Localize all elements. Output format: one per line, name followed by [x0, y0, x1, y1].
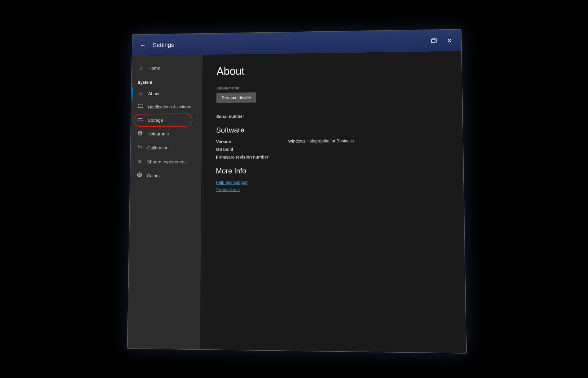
- os-build-row: OS build: [216, 146, 448, 152]
- close-button[interactable]: ✕: [444, 35, 455, 46]
- svg-rect-1: [138, 104, 143, 108]
- back-button[interactable]: ←: [138, 41, 148, 49]
- home-icon: ⌂: [138, 65, 144, 71]
- sidebar-calibration-label: Calibration: [147, 145, 169, 150]
- window-controls: ✕: [428, 35, 455, 46]
- device-name-section: Device name Rename device: [216, 83, 447, 110]
- svg-rect-0: [431, 39, 435, 43]
- sidebar-item-shared[interactable]: ✕ Shared experiences: [130, 155, 201, 169]
- main-content: About Device name Rename device Serial n…: [200, 51, 466, 353]
- page-title: About: [216, 62, 447, 78]
- svg-rect-2: [137, 119, 143, 121]
- sidebar-shared-label: Shared experiences: [147, 159, 186, 164]
- sidebar-holograms-label: Holograms: [147, 131, 169, 136]
- terms-of-use-link[interactable]: Terms of use: [216, 187, 448, 192]
- sidebar-storage-label: Storage: [148, 117, 163, 123]
- sidebar-home-label: Home: [148, 65, 160, 71]
- restore-button[interactable]: [428, 35, 439, 46]
- notifications-icon: [137, 104, 144, 110]
- sidebar-item-holograms[interactable]: Holograms: [131, 127, 202, 141]
- version-key: Version: [216, 139, 276, 144]
- help-support-link[interactable]: Help and support: [216, 180, 448, 185]
- svg-point-11: [138, 174, 140, 176]
- sidebar-item-calibration[interactable]: Calibration: [130, 141, 202, 155]
- device-name-label: Device name: [216, 83, 447, 90]
- version-value: Windows Holographic for Business: [288, 138, 354, 144]
- holograms-icon: [137, 131, 143, 138]
- version-row: Version Windows Holographic for Business: [216, 138, 448, 144]
- sidebar-item-about[interactable]: ○ About: [131, 86, 202, 100]
- info-icon: ○: [137, 91, 144, 97]
- sidebar-item-colors[interactable]: Colors: [130, 168, 201, 183]
- firmware-key: Firmware revision number: [216, 155, 276, 160]
- sidebar-item-storage[interactable]: Storage: [131, 113, 202, 127]
- sidebar: ⌂ Home System ○ About Notifications & ac…: [127, 55, 202, 349]
- colors-icon: [136, 172, 143, 179]
- os-build-key: OS build: [216, 147, 276, 152]
- sidebar-colors-label: Colors: [147, 173, 159, 178]
- content-area: ⌂ Home System ○ About Notifications & ac…: [127, 51, 466, 353]
- calibration-icon: [137, 145, 143, 152]
- storage-icon: [137, 117, 144, 124]
- sidebar-notifications-label: Notifications & actions: [148, 104, 191, 110]
- more-info-heading: More Info: [216, 166, 448, 175]
- more-info-section: More Info Help and support Terms of use: [216, 166, 448, 192]
- app-window: ← Settings ✕ ⌂ Home System ○ About: [127, 29, 467, 354]
- shared-icon: ✕: [136, 158, 143, 165]
- sidebar-item-notifications[interactable]: Notifications & actions: [131, 100, 202, 114]
- serial-number-section: Serial number: [216, 112, 447, 119]
- sidebar-about-label: About: [148, 91, 159, 96]
- sidebar-item-home[interactable]: ⌂ Home: [132, 61, 202, 75]
- software-heading: Software: [216, 124, 447, 135]
- system-section-label: System: [132, 74, 202, 87]
- serial-number-label: Serial number: [216, 112, 447, 119]
- rename-device-button[interactable]: Rename device: [216, 92, 256, 103]
- window-title: Settings: [153, 37, 428, 48]
- firmware-row: Firmware revision number: [216, 154, 448, 159]
